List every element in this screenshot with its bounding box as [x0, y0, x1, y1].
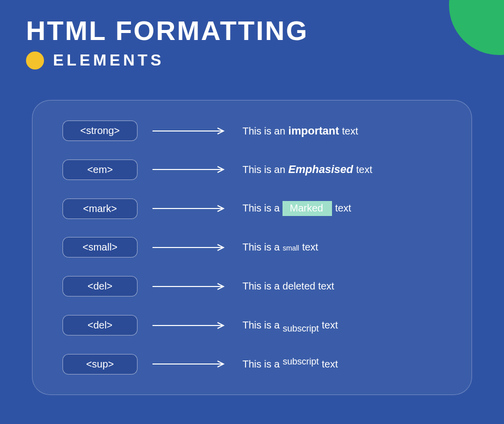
row-sup: <sup> This is a subscript text	[62, 354, 452, 374]
row-del: <del> This is a deleted text	[62, 276, 452, 296]
row-sub: <del> This is a subscript text	[62, 315, 452, 336]
example-prefix: This is a deleted text	[242, 280, 334, 292]
example-effect: subscript	[282, 324, 318, 334]
row-small: <small> This is a small text	[62, 237, 452, 258]
elements-card: <strong> This is an important text <em> …	[32, 100, 472, 395]
example-em: This is an Emphasised text	[242, 163, 452, 176]
arrow-icon	[152, 128, 228, 134]
arrow-icon	[152, 360, 228, 368]
example-sup: This is a subscript text	[242, 358, 452, 370]
arrow-icon	[152, 205, 228, 212]
arrow-icon	[152, 322, 228, 329]
example-suffix: text	[322, 320, 338, 331]
row-strong: <strong> This is an important text	[62, 120, 452, 141]
tag-small: <small>	[62, 237, 138, 258]
example-small: This is a small text	[242, 242, 452, 253]
tag-mark: <mark>	[62, 198, 138, 219]
arrow-icon	[152, 283, 228, 290]
row-mark: <mark> This is a Marked text	[62, 198, 452, 219]
page-subtitle: ELEMENTS	[53, 51, 164, 70]
example-suffix: text	[342, 126, 358, 137]
tag-del-2: <del>	[62, 315, 138, 336]
tag-em: <em>	[62, 160, 138, 180]
example-prefix: This is an	[242, 126, 286, 137]
example-effect: small	[282, 244, 299, 252]
example-suffix: text	[302, 242, 318, 253]
example-suffix: text	[335, 202, 351, 214]
example-strong: This is an important text	[242, 124, 452, 138]
page-title: HTML FORMATTING	[26, 15, 308, 46]
example-effect: subscript	[282, 356, 318, 367]
tag-sup: <sup>	[62, 354, 138, 374]
example-prefix: This is a	[242, 358, 280, 370]
example-del: This is a deleted text	[242, 280, 452, 292]
tag-del: <del>	[62, 276, 138, 296]
example-suffix: text	[356, 164, 372, 176]
example-prefix: This is a	[242, 202, 280, 214]
example-effect: Emphasised	[288, 163, 354, 176]
row-em: <em> This is an Emphasised text	[62, 160, 452, 180]
tag-strong: <strong>	[62, 120, 138, 141]
header: HTML FORMATTING ELEMENTS	[26, 15, 308, 70]
subtitle-row: ELEMENTS	[26, 51, 308, 70]
example-mark: This is a Marked text	[242, 201, 452, 216]
arrow-icon	[152, 244, 228, 251]
arrow-icon	[152, 166, 228, 173]
example-sub: This is a subscript text	[242, 320, 452, 331]
example-effect: important	[288, 124, 339, 138]
bullet-dot-icon	[26, 52, 44, 70]
example-prefix: This is a	[242, 242, 280, 253]
example-prefix: This is a	[242, 320, 280, 331]
corner-decoration	[449, 0, 504, 55]
example-effect: Marked	[282, 201, 332, 216]
example-suffix: text	[322, 358, 338, 370]
example-prefix: This is an	[242, 164, 286, 176]
